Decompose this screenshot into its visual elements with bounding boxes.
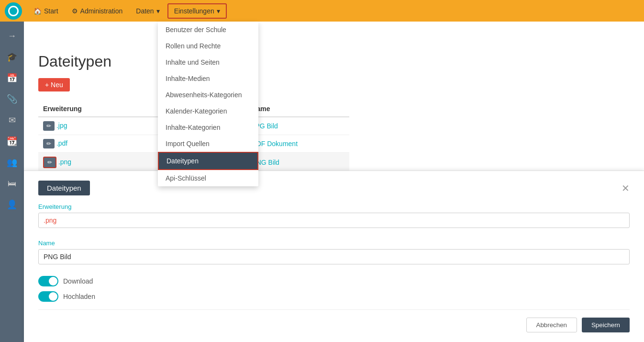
dropdown-item-abwesenheits-kategorien[interactable]: Abwesenheits-Kategorien — [158, 87, 258, 103]
erweiterung-label: Erweiterung — [38, 203, 630, 204]
dropdown-item-inhalte-kategorien[interactable]: Inhalte-Kategorien — [158, 119, 258, 136]
dropdown-item-api-schlüssel[interactable]: Api-Schlüssel — [158, 170, 258, 186]
nav-start-label: Start — [44, 7, 58, 15]
gear-icon: ⚙ — [72, 7, 78, 15]
dropdown-menu: Benutzer der SchuleRollen und RechteInha… — [158, 22, 258, 186]
edit-button-0[interactable]: ✏ — [43, 121, 55, 131]
nav-einstellungen[interactable]: Einstellungen ▾ — [167, 3, 227, 19]
col-name: Name — [247, 101, 349, 117]
nav-administration[interactable]: ⚙ Administration — [66, 4, 129, 18]
sidebar-item-user[interactable]: 👤 — [2, 195, 22, 204]
sidebar: → 🎓 📅 📎 ✉ 📆 👥 🛏 👤 — [0, 22, 24, 204]
sidebar-item-mail[interactable]: ✉ — [2, 111, 22, 130]
nav-einstellungen-label: Einstellungen — [174, 7, 214, 15]
col-erweiterung: Erweiterung — [38, 101, 127, 117]
dropdown-item-rollen-und-rechte[interactable]: Rollen und Rechte — [158, 38, 258, 54]
nav-start[interactable]: 🏠 Start — [28, 4, 64, 18]
home-icon: 🏠 — [33, 7, 42, 15]
page-title: Dateitypen — [38, 53, 630, 70]
dropdown-item-kalender-kategorien[interactable]: Kalender-Kategorien — [158, 103, 258, 119]
sidebar-item-users[interactable]: 👥 — [2, 153, 22, 172]
dropdown-item-import-quellen[interactable]: Import Quellen — [158, 136, 258, 152]
edit-panel: Dateitypen ✕ Erweiterung Name Download H… — [24, 171, 644, 204]
nav-daten-label: Daten — [136, 7, 154, 15]
nav-daten[interactable]: Daten ▾ — [130, 4, 165, 18]
edit-button-1[interactable]: ✏ — [43, 139, 55, 148]
sidebar-item-calendar[interactable]: 📅 — [2, 68, 22, 88]
edit-button-2[interactable]: ✏ — [43, 157, 56, 168]
ext-2: .png — [58, 158, 71, 166]
sidebar-item-graduation[interactable]: 🎓 — [2, 47, 22, 67]
edit-panel-header: Dateitypen ✕ — [38, 181, 630, 195]
dropdown-item-dateitypen[interactable]: Dateitypen — [158, 152, 258, 170]
ext-1: .pdf — [56, 139, 67, 147]
sidebar-item-calendar2[interactable]: 📆 — [2, 132, 22, 151]
sidebar-item-paperclip[interactable]: 📎 — [2, 90, 22, 109]
daten-arrow-icon: ▾ — [156, 7, 160, 15]
topnav: 🏠 Start ⚙ Administration Daten ▾ Einstel… — [0, 0, 644, 22]
edit-panel-title: Dateitypen — [38, 181, 90, 195]
name-1: PDF Dokument — [252, 140, 298, 148]
nav-administration-label: Administration — [80, 7, 123, 15]
sidebar-item-arrow[interactable]: → — [2, 26, 22, 46]
ext-0: .jpg — [56, 122, 67, 129]
erweiterung-group: Erweiterung — [38, 203, 630, 204]
new-button[interactable]: + Neu — [38, 78, 70, 91]
dropdown-item-inhalte-medien[interactable]: Inhalte-Medien — [158, 70, 258, 87]
dropdown-item-benutzer-der-schule[interactable]: Benutzer der Schule — [158, 22, 258, 38]
einstellungen-arrow-icon: ▾ — [217, 7, 220, 15]
close-button[interactable]: ✕ — [622, 182, 630, 194]
logo[interactable] — [5, 2, 22, 20]
dropdown-item-inhalte-und-seiten[interactable]: Inhalte und Seiten — [158, 54, 258, 70]
sidebar-item-bed[interactable]: 🛏 — [2, 174, 22, 193]
